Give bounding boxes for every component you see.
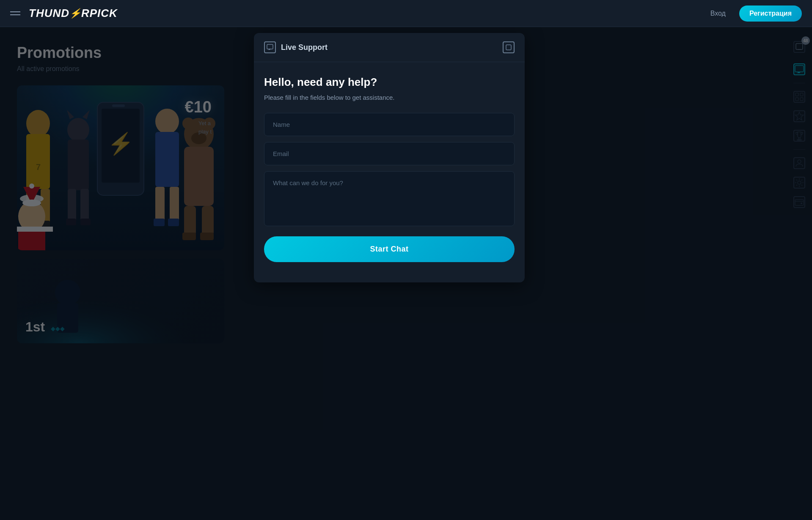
support-greeting: Hello, need any help? bbox=[264, 76, 515, 89]
hamburger-menu-button[interactable] bbox=[10, 11, 20, 15]
login-button[interactable]: Вход bbox=[704, 6, 732, 21]
minimize-button[interactable] bbox=[503, 41, 515, 53]
email-input[interactable] bbox=[264, 142, 515, 165]
header-right: Вход Регистрация bbox=[704, 5, 802, 22]
logo-bolt-icon: ⚡ bbox=[69, 8, 81, 19]
support-panel-icon bbox=[264, 41, 276, 53]
message-input[interactable] bbox=[264, 171, 515, 226]
support-panel-body: Hello, need any help? Please fill in the… bbox=[254, 62, 525, 272]
svg-rect-46 bbox=[267, 44, 273, 49]
support-description: Please fill in the fields below to get a… bbox=[264, 94, 515, 101]
register-button[interactable]: Регистрация bbox=[739, 5, 802, 22]
start-chat-button[interactable]: Start Chat bbox=[264, 236, 515, 262]
chat-bubble-icon bbox=[267, 44, 273, 51]
live-support-panel: Live Support Hello, need any help? Pleas… bbox=[254, 33, 525, 282]
support-panel-title: Live Support bbox=[281, 43, 328, 52]
header-left: THUND⚡RPICK bbox=[10, 7, 118, 20]
support-panel-header: Live Support bbox=[254, 33, 525, 62]
name-input[interactable] bbox=[264, 113, 515, 136]
logo: THUND⚡RPICK bbox=[29, 7, 118, 20]
svg-rect-47 bbox=[506, 45, 511, 50]
support-header-left: Live Support bbox=[264, 41, 328, 53]
header: THUND⚡RPICK Вход Регистрация bbox=[0, 0, 812, 27]
minimize-icon bbox=[506, 44, 512, 50]
